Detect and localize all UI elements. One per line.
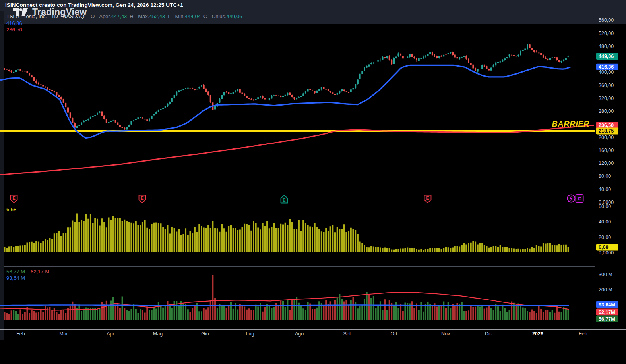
indicator-tick-label: 40,00 [599, 219, 611, 225]
price-tick-label: 80,00 [599, 173, 611, 179]
ohlc-open-label: O - Aper. [91, 13, 111, 19]
volume-tick-label: 200 M [599, 287, 612, 293]
month-label: Giu [201, 331, 209, 337]
e-down-marker[interactable]: E [11, 195, 17, 203]
earnings-letter: E [12, 196, 15, 200]
e-down-marker[interactable]: E [424, 195, 431, 203]
price-badge-3-text: 218,75 [599, 128, 614, 134]
chart-canvas[interactable]: EEEEE560,00520,00480,00400,00360,00320,0… [0, 0, 626, 364]
blue-ma-line[interactable] [0, 65, 570, 138]
indicator-pane[interactable] [4, 214, 569, 252]
down-candle-wicks [5, 44, 559, 130]
price-tick-label: 480,00 [599, 44, 614, 49]
indicator-tick-label: 0,0000 [599, 250, 614, 256]
price-tick-label: 280,00 [599, 108, 614, 114]
price-badge-0-text: 449,06 [599, 54, 614, 59]
price-tick-label: 520,00 [599, 31, 614, 36]
month-label: Lug [246, 331, 254, 337]
earnings-letter: E [141, 196, 143, 200]
price-tick-label: 160,00 [599, 148, 614, 153]
e-square-letter: E [578, 196, 581, 201]
volume-legend[interactable]: 56,77 M62,17 M [6, 269, 49, 275]
earnings-letter: E [426, 196, 429, 200]
price-tick-label: 400,00 [599, 69, 614, 75]
volume-pane[interactable] [0, 275, 569, 320]
price-axis[interactable]: 560,00520,00480,00400,00360,00320,00280,… [596, 17, 618, 322]
left-margin [0, 11, 4, 340]
price-tick-label: 360,00 [599, 83, 614, 88]
indicator-tick-label: 60,00 [599, 204, 611, 209]
power-circle-marker[interactable] [568, 195, 575, 202]
volume-badge-1: 62,17M [596, 309, 618, 316]
volume-badge-2: 56,77M [596, 316, 618, 322]
month-label: Ott [391, 331, 397, 337]
ohlc-high-value: 452,43 [149, 13, 165, 19]
volume-badge-0: 93,64M [596, 301, 618, 308]
tradingview-chart-page: EEEEE560,00520,00480,00400,00360,00320,0… [0, 0, 626, 364]
month-label: Mag [153, 331, 163, 337]
indicator-bars [4, 214, 569, 252]
e-square-marker[interactable]: E [576, 195, 583, 203]
price-tick-label: 40,00 [599, 187, 611, 192]
event-markers: EEEEE [11, 195, 583, 203]
up-candle-wicks [14, 44, 568, 130]
month-label: Nov [441, 331, 450, 337]
month-label: Mar [59, 331, 68, 337]
e-down-marker[interactable]: E [139, 195, 146, 203]
volume-blue-line[interactable] [0, 305, 569, 306]
price-tick-label: 320,00 [599, 96, 614, 101]
ohlc-low-label: L - Min. [168, 13, 185, 19]
price-tick-label: 120,00 [599, 160, 614, 166]
up-candle-bodies [13, 44, 569, 129]
volume-badge-1-text: 62,17M [599, 310, 615, 315]
blue-ma-legend-value[interactable]: 416,36 [6, 20, 22, 26]
month-label: Apr [107, 331, 114, 337]
month-label: Feb [579, 331, 587, 337]
indicator-badge-text: 6,68 [599, 245, 608, 250]
price-badge-2-text: 236,50 [599, 123, 614, 128]
ohlc-low-value: 444,04 [185, 13, 201, 19]
watermark-title: ISINConnect creato con TradingView.com, … [5, 2, 183, 8]
symbol-legend[interactable]: TSLA · Tesla, Inc. · 1D · NASDAQO - Aper… [6, 13, 242, 19]
earnings-letter: E [283, 198, 285, 202]
volume-green-value: 56,77 M [6, 269, 25, 275]
time-axis[interactable]: FebMarAprMagGiuLugAgoSetOttNovDic2026Feb [16, 331, 587, 337]
price-pane[interactable] [0, 44, 595, 175]
ohlc-high-label: H - Max. [130, 13, 149, 19]
indicator-legend-value[interactable]: 6,68 [6, 206, 16, 212]
indicator-badge: 6,68 [596, 244, 618, 250]
month-label: Set [343, 331, 351, 337]
symbol-title: TSLA · Tesla, Inc. · 1D · NASDAQ [6, 13, 84, 19]
volume-blue-value: 93,64 M [6, 275, 25, 281]
price-badge-3: 218,75 [596, 127, 618, 134]
e-up-marker[interactable]: E [281, 195, 288, 203]
month-label: Dic [485, 331, 492, 337]
price-badge-1-text: 416,36 [599, 64, 614, 70]
down-candle-bodies [4, 44, 560, 129]
chart-frame [0, 11, 626, 340]
price-badge-1: 416,36 [596, 64, 618, 70]
price-badge-0: 449,06 [596, 53, 618, 60]
ohlc-open-value: 447,43 [111, 13, 127, 19]
volume-badge-0-text: 93,64M [599, 302, 615, 308]
indicator-tick-label: 20,00 [599, 235, 611, 240]
month-label: Ago [295, 331, 304, 337]
month-label: Feb [16, 331, 25, 337]
red-ma-legend-value[interactable]: 236,50 [6, 27, 22, 33]
volume-bars-down [4, 275, 560, 320]
price-tick-label: 560,00 [599, 17, 614, 23]
volume-tick-label: 300 M [599, 272, 612, 277]
volume-badge-2-text: 56,77M [599, 316, 615, 322]
barrier-label[interactable]: BARRIER [552, 119, 589, 129]
ohlc-close-value: 449,06 [227, 13, 242, 19]
ohlc-close-label: C - Chius. [203, 13, 227, 19]
price-tick-label: 200,00 [599, 135, 614, 140]
month-label: 2026 [532, 331, 543, 337]
price-badge-2: 236,50 [596, 122, 618, 129]
red-ma-line[interactable] [0, 125, 594, 175]
volume-red-value: 62,17 M [31, 269, 49, 275]
